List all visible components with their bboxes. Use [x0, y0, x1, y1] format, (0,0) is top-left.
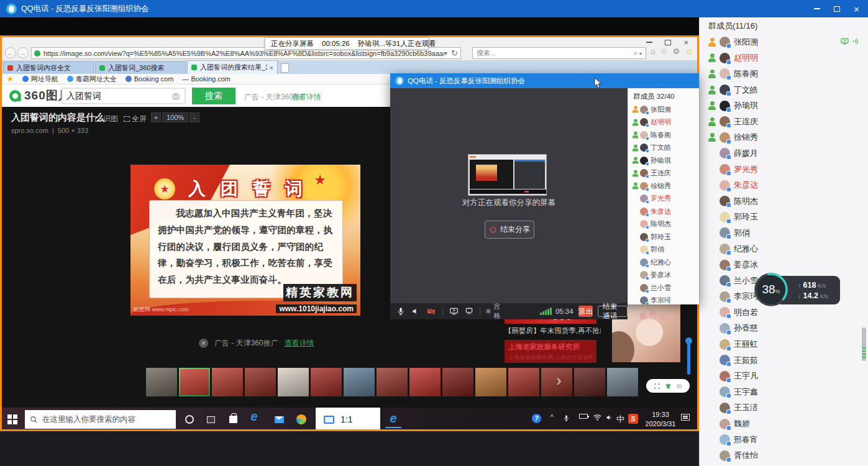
start-button[interactable] [7, 414, 17, 424]
member-row[interactable]: 郭玲玉 [628, 231, 699, 244]
member-row[interactable]: 张佳洁 [700, 464, 868, 466]
member-row[interactable]: 罗光秀 [628, 193, 699, 206]
member-row[interactable]: 魏娇 [700, 416, 868, 432]
browser-maximize-button[interactable] [665, 40, 671, 45]
member-row[interactable]: 王宇鑫 [700, 384, 868, 400]
result-thumbnail[interactable] [508, 368, 539, 396]
bookmark-item[interactable]: Booking com [126, 75, 174, 83]
360-safe-icon[interactable] [295, 413, 308, 426]
image-shopping-pill[interactable] [646, 379, 690, 393]
help-tray-icon[interactable]: ? [532, 414, 541, 423]
browser-minimize-button[interactable] [646, 42, 652, 43]
member-row[interactable]: 赵明明 [700, 50, 868, 66]
tab-close-icon[interactable]: × [270, 64, 273, 71]
close-button[interactable]: × [854, 4, 859, 14]
below-ad-link[interactable]: 查看详情 [285, 338, 314, 349]
fullscreen-button[interactable]: 全屏 [124, 114, 147, 124]
recognize-image-button[interactable]: 识图 [95, 114, 118, 124]
dialog-titlebar[interactable]: QQ电话 - 反恐反暴反张阳溯组织协会 [390, 73, 699, 88]
member-row[interactable]: 胥佳怡 [700, 447, 868, 464]
sidebar-scrollbar[interactable] [862, 327, 866, 361]
member-row[interactable]: 孙香慈 [700, 321, 868, 337]
taskbar-clock[interactable]: 19:33 2020/3/31 [641, 410, 680, 429]
member-row[interactable]: 赵明明 [628, 116, 699, 129]
ime-indicator[interactable]: 中 [616, 414, 624, 425]
result-thumbnail[interactable] [409, 368, 441, 396]
back-button[interactable]: ← [5, 47, 16, 58]
tray-expand-chevron-icon[interactable]: ^ [550, 414, 554, 421]
image-search-input[interactable]: 入团誓词 [62, 88, 186, 104]
member-row[interactable]: 丁文皓 [628, 142, 699, 155]
member-row[interactable]: 朱彦达 [628, 205, 699, 218]
browser-taskbar-icon[interactable]: e [385, 411, 401, 426]
member-row[interactable]: 朱彦达 [700, 177, 868, 193]
oath-poster-image[interactable]: ★ ★ 入团誓词 我志愿加入中国共产主义青年团，坚决拥护中国共产党的领导，遵守团… [130, 165, 360, 316]
bookmark-star-icon[interactable]: ★ [7, 75, 14, 83]
browser-tab[interactable]: 入团誓词_360搜索 [95, 62, 186, 74]
maximize-button[interactable] [834, 6, 840, 12]
end-share-button[interactable]: 结束分享 [485, 221, 534, 239]
bookmark-item[interactable]: — Booking.com [182, 75, 231, 83]
result-thumbnail[interactable] [245, 368, 276, 396]
zoom-out-button[interactable]: - [190, 112, 199, 122]
source-site[interactable]: spro.so.com [11, 127, 48, 134]
member-row[interactable]: 纪雅心 [628, 256, 699, 269]
member-row[interactable]: 李宗珂 [628, 295, 699, 305]
next-thumbnails-chevron-icon[interactable]: › [556, 371, 562, 390]
bookmark-item[interactable]: 毒霸网址大全 [67, 75, 117, 84]
sogou-icon[interactable]: S [628, 414, 638, 424]
wifi-icon[interactable] [593, 414, 602, 421]
store-icon[interactable] [226, 413, 240, 426]
result-thumbnail[interactable] [442, 368, 473, 396]
mic-icon[interactable] [396, 307, 405, 316]
result-thumbnail[interactable] [311, 368, 342, 396]
result-thumbnail[interactable] [179, 368, 210, 396]
blue-scroll-indicator[interactable] [687, 339, 690, 375]
member-row[interactable]: 张阳溯 [628, 103, 699, 116]
member-row[interactable]: 罗光秀 [700, 162, 868, 178]
member-row[interactable]: 王茹茹 [700, 352, 868, 368]
member-row[interactable]: 郭玲玉 [700, 209, 868, 226]
taskbar-search-box[interactable]: 在这里输入你要搜索的内容 [25, 410, 176, 429]
member-row[interactable]: 徐锦秀 [700, 130, 868, 146]
member-row[interactable]: 王连庆 [700, 114, 868, 130]
browser-close-button[interactable]: × [683, 39, 688, 47]
member-row[interactable]: 王丽虹 [700, 336, 868, 352]
new-tab-button[interactable] [281, 63, 289, 73]
member-row[interactable]: 王宇凡 [700, 368, 868, 384]
favorites-star-icon[interactable]: ☆ [660, 47, 668, 56]
member-row[interactable]: 孙瑜琪 [628, 154, 699, 167]
browser-tab[interactable]: 入团誓词内容全文 [3, 62, 94, 74]
close-ad-icon[interactable]: × [199, 339, 208, 348]
result-thumbnail[interactable] [607, 368, 638, 396]
browser-tab[interactable]: 入团誓词的搜索结果_360...× [187, 60, 278, 74]
member-row[interactable]: 郭俏 [628, 244, 699, 257]
member-row[interactable]: 陈明杰 [628, 218, 699, 231]
member-row[interactable]: 兰小雪 [628, 281, 699, 295]
edge-icon[interactable]: e [247, 409, 261, 423]
home-icon[interactable]: ⌂ [651, 47, 656, 56]
result-thumbnail[interactable] [574, 368, 605, 396]
result-thumbnail[interactable] [212, 368, 243, 396]
exit-button[interactable]: 退出 [578, 306, 593, 317]
volume-icon[interactable] [605, 414, 613, 421]
member-row[interactable]: 薛媛月 [700, 145, 868, 162]
refresh-icon[interactable]: ↻ [451, 48, 458, 58]
end-call-button[interactable]: 结束通话 [598, 306, 628, 317]
member-row[interactable]: 陈春阁 [700, 66, 868, 82]
member-row[interactable]: 王连庆 [628, 167, 699, 180]
feedback-smiley-icon[interactable]: ☺ [685, 47, 693, 56]
camera-search-icon[interactable] [171, 92, 181, 101]
member-row[interactable]: 纪雅心 [700, 241, 868, 257]
side-ad-caption[interactable]: 【丽婴房】年末囤货季,再不抢就... [505, 326, 601, 336]
result-thumbnail[interactable] [377, 368, 408, 396]
member-row[interactable]: 陈明杰 [700, 193, 868, 209]
url-dropdown-icon[interactable]: ▾ [444, 50, 447, 57]
result-thumbnail[interactable] [344, 368, 375, 396]
speaker-icon[interactable] [411, 307, 420, 316]
result-thumbnail[interactable] [278, 368, 309, 396]
member-row[interactable]: 郭俏 [700, 225, 868, 241]
member-row[interactable]: 姜彦冰 [700, 257, 868, 273]
search-button[interactable]: 搜索 [192, 88, 235, 104]
notification-center-icon[interactable] [681, 414, 690, 421]
